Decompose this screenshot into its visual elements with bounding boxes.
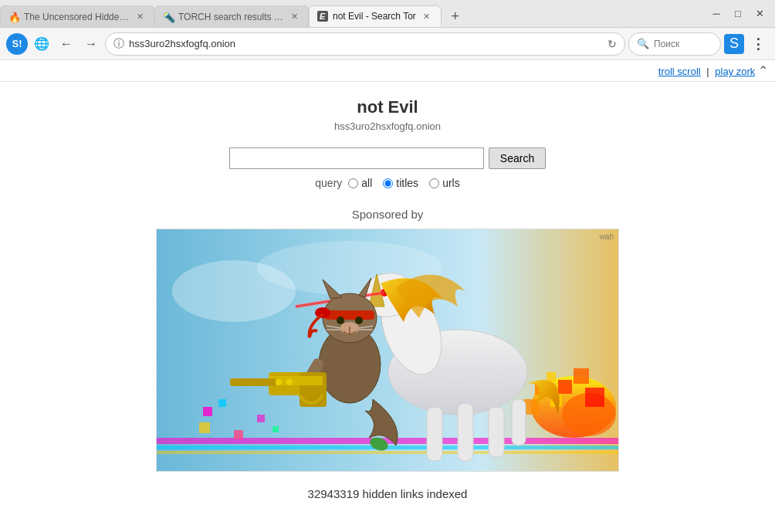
tab-strip: 🔥 The Uncensored Hidden ... ✕ 🔦 TORCH se… [0, 0, 707, 27]
filter-titles-label: titles [396, 177, 418, 189]
browser-window: 🔥 The Uncensored Hidden ... ✕ 🔦 TORCH se… [0, 0, 775, 532]
sponsored-image: wah [156, 229, 619, 472]
query-label: query [315, 177, 342, 189]
close-button[interactable]: ✕ [750, 5, 769, 23]
page-content: not Evil hss3uro2hsxfogfq.onion Search q… [0, 82, 775, 532]
tab-2-favicon: 🔦 [163, 12, 174, 22]
svg-rect-3 [157, 438, 619, 444]
indexed-count: 32943319 hidden links indexed [308, 487, 468, 500]
forward-button[interactable]: → [80, 33, 102, 55]
svg-rect-10 [558, 380, 572, 394]
filter-urls-radio[interactable] [429, 178, 439, 188]
svg-rect-25 [489, 407, 504, 457]
search-nav-icon: 🔍 [637, 38, 649, 49]
svg-rect-49 [203, 407, 212, 416]
svg-rect-31 [325, 310, 374, 320]
filter-urls-label: urls [442, 177, 460, 189]
reload-icon[interactable]: ↻ [607, 38, 617, 50]
extensions-button[interactable]: S [724, 34, 744, 54]
maximize-button[interactable]: □ [729, 5, 747, 23]
search-nav-input[interactable] [654, 39, 708, 49]
tab-3-label: not Evil - Search Tor [333, 11, 416, 22]
filter-row: query all titles urls [315, 177, 459, 189]
svg-rect-53 [272, 426, 279, 432]
top-links-separator: | [706, 66, 709, 77]
tab-1-favicon: 🔥 [8, 12, 19, 22]
extensions-area: S ⋮ [724, 33, 769, 55]
tab-1[interactable]: 🔥 The Uncensored Hidden ... ✕ [0, 5, 154, 27]
menu-button[interactable]: ⋮ [747, 33, 769, 55]
svg-rect-9 [547, 372, 556, 381]
search-query-input[interactable] [229, 147, 484, 169]
filter-all-radio[interactable] [348, 178, 358, 188]
svg-point-47 [286, 379, 293, 385]
nav-bar: S! 🌐 ← → ⓘ ↻ 🔍 S ⋮ [0, 28, 775, 60]
svg-rect-50 [218, 399, 226, 407]
tab-3[interactable]: E not Evil - Search Tor ✕ [309, 5, 442, 27]
svg-rect-23 [427, 407, 442, 461]
svg-rect-26 [512, 399, 526, 446]
svg-rect-54 [234, 430, 243, 439]
svg-rect-12 [585, 388, 604, 407]
tab-3-close[interactable]: ✕ [421, 10, 433, 22]
window-controls: ─ □ ✕ [707, 5, 775, 23]
svg-point-32 [315, 307, 330, 318]
top-links-bar: troll scroll | play zork ⌃ [0, 60, 775, 82]
troll-scroll-link[interactable]: troll scroll [658, 66, 701, 77]
search-button[interactable]: Search [489, 147, 546, 169]
tab-1-close[interactable]: ✕ [134, 11, 146, 23]
address-bar[interactable]: ⓘ ↻ [105, 32, 625, 56]
svg-point-46 [276, 379, 282, 385]
minimize-button[interactable]: ─ [707, 5, 726, 23]
tab-2-close[interactable]: ✕ [288, 11, 300, 23]
svg-rect-11 [574, 368, 589, 384]
svg-rect-45 [230, 378, 276, 386]
svg-rect-52 [257, 415, 265, 422]
address-input[interactable] [129, 38, 603, 49]
tab-2[interactable]: 🔦 TORCH search results for: ... ✕ [154, 5, 309, 27]
filter-titles-radio[interactable] [383, 178, 393, 188]
sponsor-svg [157, 229, 619, 472]
svg-rect-24 [458, 403, 473, 461]
filter-titles[interactable]: titles [383, 177, 418, 189]
search-form: Search query all titles urls [229, 147, 546, 189]
search-row: Search [229, 147, 546, 169]
profile-button[interactable]: S! [6, 33, 28, 55]
new-tab-button[interactable]: + [445, 5, 466, 27]
svg-point-33 [337, 317, 344, 324]
site-title: not Evil [357, 97, 418, 117]
tab-1-label: The Uncensored Hidden ... [24, 12, 129, 22]
browser-menu-button[interactable]: 🌐 [31, 33, 52, 55]
back-button[interactable]: ← [56, 33, 77, 55]
site-domain: hss3uro2hsxfogfq.onion [334, 120, 441, 132]
info-icon[interactable]: ⓘ [113, 37, 124, 51]
filter-all-label: all [361, 177, 372, 189]
filter-urls[interactable]: urls [429, 177, 460, 189]
svg-rect-51 [199, 422, 210, 433]
sponsored-label: Sponsored by [352, 208, 424, 221]
play-zork-link[interactable]: play zork [715, 66, 755, 77]
tab-3-favicon: E [317, 11, 328, 22]
svg-point-34 [355, 317, 363, 324]
sponsor-watermark: wah [600, 232, 614, 241]
radio-group: all titles urls [348, 177, 459, 189]
search-box[interactable]: 🔍 [628, 32, 721, 56]
tab-2-label: TORCH search results for: ... [178, 12, 283, 22]
filter-all[interactable]: all [348, 177, 372, 189]
svg-rect-5 [157, 451, 619, 454]
sponsor-image-inner: wah [157, 229, 618, 471]
title-bar: 🔥 The Uncensored Hidden ... ✕ 🔦 TORCH se… [0, 0, 775, 28]
